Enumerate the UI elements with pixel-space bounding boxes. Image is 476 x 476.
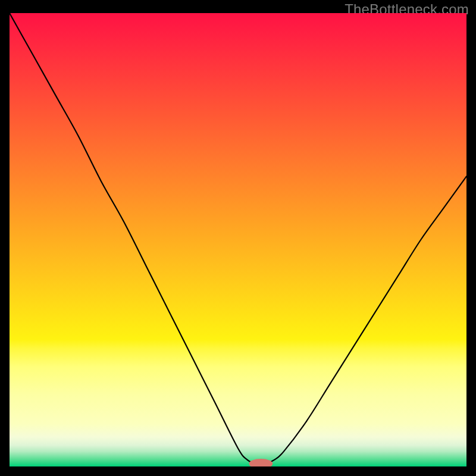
chart-frame: TheBottleneck.com [0, 0, 476, 476]
plot-area [10, 13, 466, 466]
bottleneck-chart [10, 13, 466, 466]
gradient-background [10, 13, 466, 466]
